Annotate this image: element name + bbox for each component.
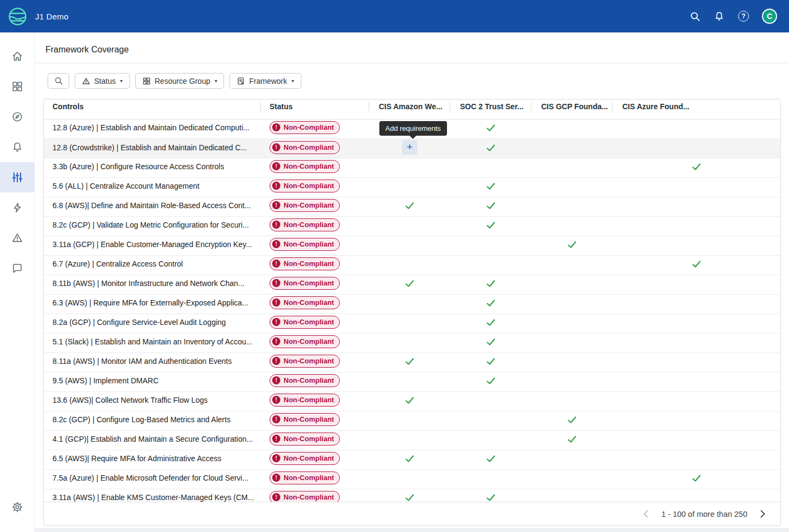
control-name: 9.5 (AWS) | Implement DMARC (44, 376, 261, 385)
status-cell: ! Non-Compliant (261, 160, 369, 173)
search-icon[interactable] (689, 10, 701, 22)
control-name: 6.7 (Azure) | Centralize Access Control (44, 260, 261, 268)
framework-cell-cis-gcp (531, 217, 613, 233)
status-badge: ! Non-Compliant (269, 355, 340, 368)
framework-cell-cis-gcp (531, 275, 613, 291)
status-cell: ! Non-Compliant (261, 452, 369, 465)
table-row[interactable]: 8.2c (GCP) | Configure Log-Based Metrics… (44, 411, 780, 431)
status-badge: ! Non-Compliant (269, 433, 340, 445)
chevron-right-icon (760, 510, 765, 518)
add-requirements-button[interactable]: + (402, 140, 417, 155)
framework-cell-cis-amazon (369, 197, 450, 214)
control-name: 8.11b (AWS) | Monitor Infrastructure and… (44, 279, 261, 288)
control-name: 8.2a (GCP) | Configure Service-Level Aud… (44, 318, 261, 327)
table-row[interactable]: 3.11a (AWS) | Enable KMS Customer-Manage… (44, 489, 780, 503)
sidebar-item-chat[interactable] (0, 253, 35, 283)
notifications-bell-icon[interactable] (713, 10, 725, 22)
table-row[interactable]: 8.2c (GCP) | Validate Log Metric Configu… (44, 217, 780, 236)
error-icon: ! (272, 123, 280, 131)
framework-cell-cis-azure (613, 178, 780, 194)
framework-cell-cis-amazon (369, 314, 450, 330)
sidebar-item-home[interactable] (0, 41, 35, 71)
resource-group-filter-button[interactable]: Resource Group ▾ (135, 73, 225, 89)
framework-cell-cis-amazon (369, 275, 450, 291)
column-header-cis-azure: CIS Azure Found... (613, 102, 780, 111)
table-row[interactable]: 9.5 (AWS) | Implement DMARC ! Non-Compli… (44, 373, 780, 392)
status-badge-label: Non-Compliant (284, 454, 334, 462)
table-row[interactable]: 4.1 (GCP)| Establish and Maintain a Secu… (44, 431, 780, 450)
table-row[interactable]: 3.11a (GCP) | Enable Customer-Managed En… (44, 236, 780, 256)
status-cell: ! Non-Compliant (261, 238, 369, 251)
framework-cell-cis-azure (613, 197, 780, 214)
sidebar-item-automations[interactable] (0, 192, 35, 223)
framework-cell-cis-azure (613, 217, 780, 233)
framework-cell-cis-gcp (531, 489, 613, 503)
check-icon (485, 453, 496, 464)
table-row[interactable]: 8.11a (AWS) | Monitor IAM and Authentica… (44, 353, 780, 373)
framework-cell-cis-azure (613, 139, 780, 156)
framework-filter-button[interactable]: Framework ▾ (229, 73, 301, 89)
table-row[interactable]: 7.5a (Azure) | Enable Microsoft Defender… (44, 470, 780, 489)
table-row[interactable]: 6.3 (AWS) | Require MFA for Externally-E… (44, 295, 780, 314)
status-badge-label: Non-Compliant (284, 415, 334, 423)
next-page-button[interactable] (760, 510, 765, 518)
check-icon (691, 473, 702, 483)
status-cell: ! Non-Compliant (261, 413, 369, 426)
framework-cell-cis-amazon (369, 353, 450, 369)
table-row[interactable]: 6.5 (AWS)| Require MFA for Administrativ… (44, 450, 780, 470)
status-cell: ! Non-Compliant (261, 335, 369, 348)
filter-bar: Status ▾ Resource Group ▾ Framework ▾ (35, 63, 789, 99)
status-cell: ! Non-Compliant (261, 316, 369, 329)
chevron-down-icon: ▾ (120, 78, 123, 84)
table-row[interactable]: 6.7 (Azure) | Centralize Access Control … (44, 256, 780, 275)
sidebar-item-findings[interactable] (0, 223, 35, 253)
framework-cell-cis-gcp (531, 314, 613, 330)
table-row[interactable]: 5.1 (Slack) | Establish and Maintain an … (44, 334, 780, 353)
status-cell: ! Non-Compliant (261, 433, 369, 445)
sidebar-item-compliance[interactable] (0, 162, 35, 192)
status-badge-label: Non-Compliant (284, 201, 334, 209)
framework-cell-soc2 (450, 158, 531, 175)
previous-page-button[interactable] (643, 510, 648, 518)
status-badge-label: Non-Compliant (284, 143, 334, 151)
check-icon (485, 375, 496, 386)
sidebar-item-settings[interactable] (0, 492, 35, 522)
framework-cell-cis-gcp (531, 197, 613, 214)
table-row[interactable]: 3.3b (Azure) | Configure Resource Access… (44, 158, 780, 178)
control-name: 12.8 (Azure) | Establish and Maintain De… (44, 123, 261, 132)
control-name: 12.8 (Crowdstrike) | Establish and Maint… (44, 143, 261, 152)
help-icon[interactable]: ? (738, 10, 749, 22)
framework-cell-cis-amazon (369, 256, 450, 272)
user-avatar[interactable]: C (762, 9, 777, 24)
sidebar-item-alerts[interactable] (0, 132, 35, 162)
error-icon: ! (272, 318, 280, 326)
framework-cell-cis-gcp (531, 334, 613, 350)
check-icon (485, 181, 496, 191)
status-badge-label: Non-Compliant (284, 396, 334, 404)
error-icon: ! (272, 143, 280, 151)
table-row[interactable]: 8.2a (GCP) | Configure Service-Level Aud… (44, 314, 780, 334)
framework-cell-cis-azure (613, 470, 780, 486)
status-badge-label: Non-Compliant (284, 298, 334, 307)
status-filter-button[interactable]: Status ▾ (75, 73, 130, 89)
framework-cell-cis-gcp (531, 373, 613, 389)
table-row[interactable]: 6.8 (AWS)| Define and Maintain Role-Base… (44, 197, 780, 217)
control-name: 3.11a (AWS) | Enable KMS Customer-Manage… (44, 493, 261, 502)
framework-cell-cis-azure (613, 450, 780, 467)
table-row[interactable]: 5.6 (ALL) | Centralize Account Managemen… (44, 178, 780, 197)
framework-cell-cis-azure (613, 119, 780, 136)
status-badge-label: Non-Compliant (284, 162, 334, 170)
status-badge: ! Non-Compliant (269, 335, 340, 348)
table-row[interactable]: 8.11b (AWS) | Monitor Infrastructure and… (44, 275, 780, 295)
check-icon (485, 200, 496, 211)
compass-icon (11, 110, 24, 123)
control-name: 7.5a (Azure) | Enable Microsoft Defender… (44, 474, 261, 482)
table-row[interactable]: 13.6 (AWS)| Collect Network Traffic Flow… (44, 392, 780, 411)
status-cell: ! Non-Compliant (261, 141, 369, 154)
control-name: 3.3b (Azure) | Configure Resource Access… (44, 162, 261, 171)
framework-cell-soc2 (450, 489, 531, 503)
sidebar-item-dashboards[interactable] (0, 71, 35, 102)
sidebar-item-explore[interactable] (0, 102, 35, 132)
table-search-button[interactable] (48, 73, 69, 89)
status-badge-label: Non-Compliant (284, 435, 334, 443)
